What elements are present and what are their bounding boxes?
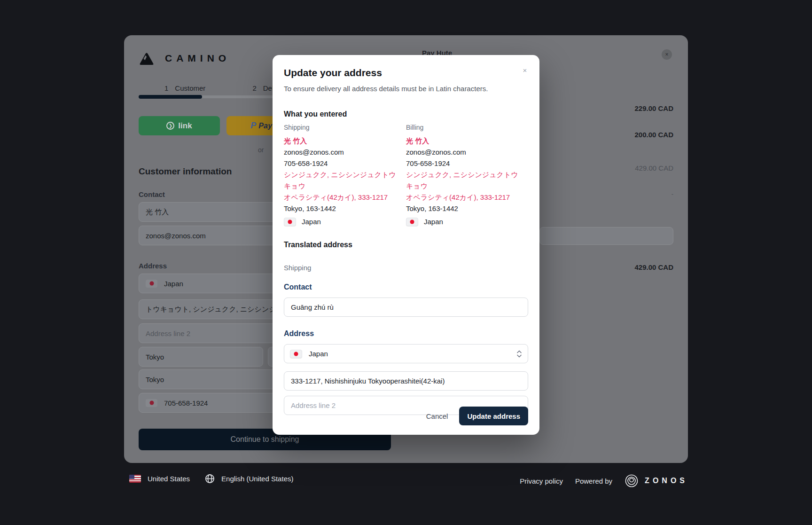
japan-flag-icon [406,218,418,226]
zonos-logo-icon [625,474,639,488]
cancel-button[interactable]: Cancel [426,412,448,420]
country-value: Japan [164,280,183,288]
footer-language[interactable]: English (United States) [221,475,293,483]
summary-total: 429.00 CAD [634,263,673,271]
privacy-policy-link[interactable]: Privacy policy [520,477,563,485]
progress-fill [139,95,202,99]
footer: United States English (United States) Pr… [0,463,812,525]
entered-phone: 705-658-1924 [284,158,397,169]
country-name: Japan [302,216,321,227]
summary-price-3: 429.00 CAD [635,164,673,172]
footer-locale: United States English (United States) [129,474,293,484]
close-icon: × [523,66,527,74]
province-value: Tokyo [146,376,164,384]
translated-shipping-subheading: Shipping [284,264,528,272]
japan-flag-icon [290,350,302,358]
column-label: Billing [406,124,519,131]
entered-city: Tokyo, 163-1442 [284,203,397,214]
screen: CAMINO 1 Customer 2 Delivery ❯ link P Pa… [0,0,812,525]
step-number: 2 [252,84,256,92]
or-divider: or [258,146,264,154]
mountain-logo-icon [139,51,155,66]
city-value: Tokyo [146,353,164,361]
address-label: Address [139,262,167,270]
continue-label: Continue to shipping [231,435,299,444]
japan-flag-icon [146,399,157,407]
entered-address2: オペラシティ(42カイ), 333-1217 [284,192,397,203]
entered-address2: オペラシティ(42カイ), 333-1217 [406,192,519,203]
address-heading: Address [284,329,528,338]
city-field[interactable]: Tokyo [139,347,263,367]
country-name: Japan [424,216,443,227]
contact-heading: Contact [284,283,528,291]
entered-city: Tokyo, 163-1442 [406,203,519,214]
zonos-wordmark: ZONOS [645,477,688,485]
update-address-modal: Update your address × To ensure delivery… [273,55,539,435]
what-you-entered-heading: What you entered [284,110,528,118]
entered-address1: シンジュクク, ニシシンジュクトウキョウ [406,169,519,192]
summary-dash: - [671,190,673,197]
footer-country[interactable]: United States [148,475,190,483]
entered-address-columns: Shipping 光 竹入 zonos@zonos.com 705-658-19… [284,124,528,227]
step-number: 1 [164,84,168,92]
modal-subtitle: To ensure delivery all address details m… [284,85,528,93]
contact-label: Contact [139,190,165,198]
link-label: link [178,121,192,131]
link-arrow-icon: ❯ [166,122,174,130]
phone-value: 705-658-1924 [164,399,208,407]
translated-address1-input[interactable] [284,371,528,391]
japan-flag-icon [146,280,157,288]
chevron-up-down-icon [516,350,522,358]
close-icon: × [665,51,668,58]
link-pay-button[interactable]: ❯ link [139,116,220,135]
summary-input[interactable] [539,227,673,245]
translated-country-select[interactable]: Japan [284,344,528,363]
email-value: zonos@zonos.com [146,232,206,240]
translated-contact-input[interactable] [284,298,528,317]
billing-column: Billing 光 竹入 zonos@zonos.com 705-658-192… [406,124,528,227]
brand-logo: CAMINO [139,51,230,66]
entered-address1: シンジュクク, ニシシンジュクトウキョウ [284,169,397,192]
entered-name: 光 竹入 [284,135,397,147]
zonos-brand[interactable]: ZONOS [625,474,688,488]
step-label: Customer [175,84,205,92]
globe-icon [205,474,215,484]
summary-price-2: 200.00 CAD [634,131,673,139]
translated-address-heading: Translated address [284,241,528,249]
entered-email: zonos@zonos.com [406,147,519,158]
country-value: Japan [309,350,510,358]
paypal-icon: P [250,121,256,131]
name-value: 光 竹入 [146,208,169,217]
summary-price-1: 229.00 CAD [634,104,673,112]
update-address-button[interactable]: Update address [459,407,528,425]
footer-links: Privacy policy Powered by ZONOS [520,474,688,488]
checkout-steps: 1 Customer 2 Delivery [164,84,289,92]
modal-close-button[interactable]: × [520,65,530,76]
modal-title: Update your address [284,67,528,78]
us-flag-icon [129,475,141,483]
entered-phone: 705-658-1924 [406,158,519,169]
entered-country: Japan [284,216,397,227]
column-label: Shipping [284,124,397,131]
checkout-close-button[interactable]: × [662,49,672,60]
address2-placeholder: Address line 2 [146,329,190,337]
modal-actions: Cancel Update address [426,407,528,425]
step-customer[interactable]: 1 Customer [164,84,205,92]
entered-email: zonos@zonos.com [284,147,397,158]
brand-name: CAMINO [165,53,230,64]
entered-country: Japan [406,216,519,227]
powered-by-label: Powered by [575,477,612,485]
customer-information-heading: Customer information [139,166,232,177]
entered-name: 光 竹入 [406,135,519,147]
shipping-column: Shipping 光 竹入 zonos@zonos.com 705-658-19… [284,124,406,227]
japan-flag-icon [284,218,296,226]
